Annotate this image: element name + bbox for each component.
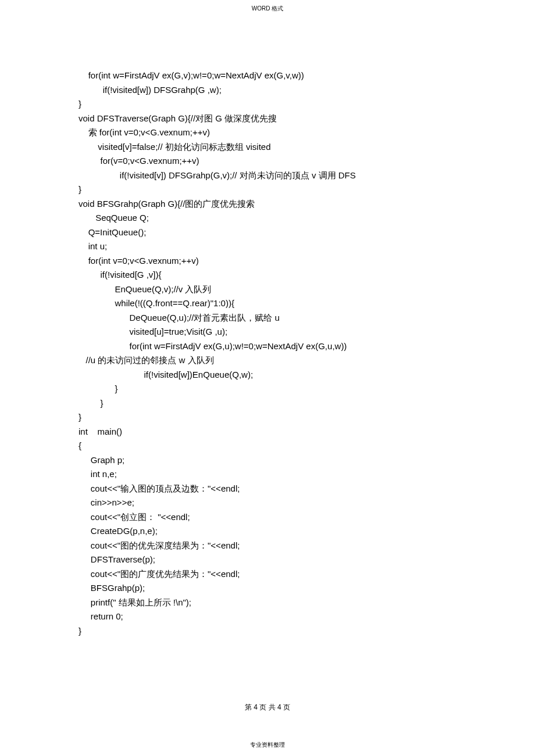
page-footer: 专业资料整理 xyxy=(0,741,535,749)
page-number: 第 4 页 共 4 页 xyxy=(0,703,535,712)
page-header: WORD 格式 xyxy=(0,5,535,13)
code-content: for(int w=FirstAdjV ex(G,v);w!=0;w=NextA… xyxy=(79,69,480,638)
